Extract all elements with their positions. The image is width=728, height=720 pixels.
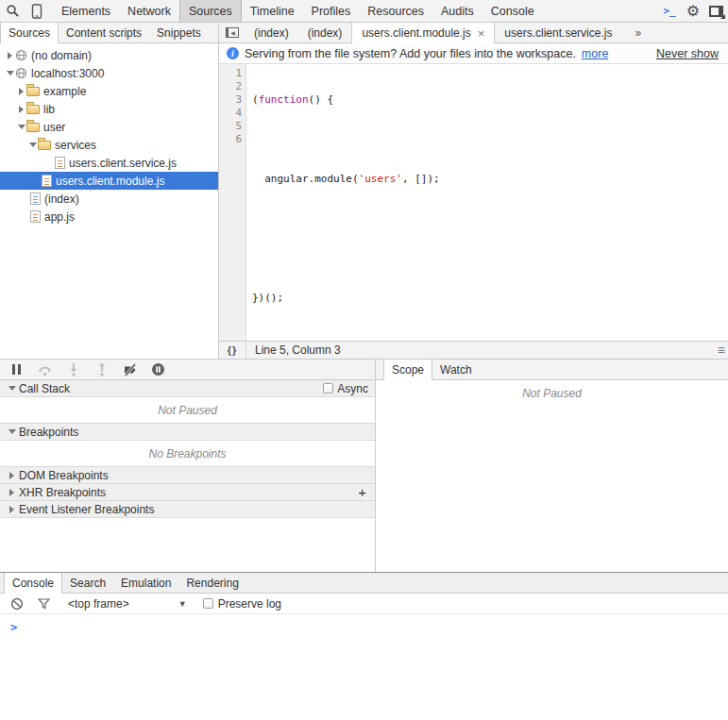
- search-icon[interactable]: [0, 0, 25, 22]
- disclosure-arrow-icon[interactable]: [16, 88, 26, 95]
- tab-elements[interactable]: Elements: [53, 0, 119, 22]
- deactivate-breakpoints-icon[interactable]: [122, 362, 138, 377]
- infobar-message: Serving from the file system? Add your f…: [245, 47, 576, 60]
- navigator-tab-sources[interactable]: Sources: [0, 23, 59, 43]
- debugger-sidebar: Call Stack Async Not Paused Breakpoints …: [0, 360, 376, 572]
- console-prompt-icon[interactable]: >: [10, 621, 17, 634]
- drawer-tab-console[interactable]: Console: [4, 573, 62, 594]
- editor-tab-index-2[interactable]: (index): [298, 23, 352, 42]
- code-line[interactable]: (function() {: [252, 93, 440, 107]
- code-line[interactable]: [252, 133, 440, 146]
- folder-icon: [26, 123, 40, 132]
- tree-item-index[interactable]: (index): [0, 190, 218, 208]
- async-control: Async: [323, 382, 368, 395]
- console-drawer-toggle-icon[interactable]: >_: [659, 5, 679, 17]
- navigator-tab-snippets[interactable]: Snippets: [149, 23, 209, 42]
- dom-breakpoints-header[interactable]: DOM Breakpoints: [0, 466, 375, 484]
- html-file-icon: [30, 193, 41, 205]
- preserve-log-checkbox[interactable]: [203, 598, 213, 609]
- globe-icon: [15, 49, 27, 61]
- tree-item-lib[interactable]: lib: [0, 100, 218, 118]
- pause-on-exceptions-icon[interactable]: [150, 362, 166, 377]
- close-tab-icon[interactable]: ×: [478, 27, 485, 40]
- console-drawer: Console Search Emulation Rendering <top …: [0, 572, 728, 720]
- line-number[interactable]: 4: [219, 107, 242, 120]
- code-line[interactable]: [252, 212, 440, 226]
- scope-watch-pane: Scope Watch Not Paused: [376, 360, 728, 572]
- tree-item-user[interactable]: user: [0, 118, 218, 136]
- editor-tab-strip: ◀ (index) (index) users.client.module.js…: [219, 23, 728, 43]
- globe-icon: [15, 67, 27, 79]
- tab-audits[interactable]: Audits: [432, 0, 483, 22]
- line-number[interactable]: 5: [219, 120, 242, 133]
- drawer-tab-emulation[interactable]: Emulation: [113, 573, 178, 593]
- scope-watch-tabs: Scope Watch: [376, 360, 728, 380]
- tree-item-label: services: [55, 139, 96, 152]
- code-content: (function() { angular.module('users', []…: [246, 64, 440, 341]
- code-token: 'users': [359, 173, 402, 185]
- xhr-breakpoints-header[interactable]: XHR Breakpoints +: [0, 484, 375, 501]
- code-line[interactable]: })();: [252, 292, 440, 305]
- breakpoints-header[interactable]: Breakpoints: [0, 423, 375, 441]
- async-checkbox[interactable]: [323, 383, 333, 393]
- disclosure-arrow-icon: [7, 472, 17, 479]
- async-label[interactable]: Async: [337, 382, 368, 395]
- drawer-tab-rendering[interactable]: Rendering: [178, 573, 245, 593]
- clear-console-icon[interactable]: [9, 596, 25, 611]
- step-over-icon[interactable]: [37, 362, 53, 377]
- navigator-collapse-icon[interactable]: ◀: [219, 23, 245, 42]
- tree-item-no-domain[interactable]: (no domain): [0, 46, 218, 64]
- statusbar-menu-icon[interactable]: ≡: [718, 343, 728, 357]
- tab-overflow-icon[interactable]: »: [635, 26, 641, 40]
- filter-funnel-icon[interactable]: [36, 596, 51, 611]
- settings-gear-icon[interactable]: ⚙: [684, 4, 703, 19]
- tree-item-users-client-service-js[interactable]: users.client.service.js: [0, 154, 218, 172]
- code-line[interactable]: angular.module('users', []);: [252, 173, 440, 186]
- dock-side-icon[interactable]: [709, 6, 723, 17]
- disclosure-arrow-icon: [7, 506, 17, 513]
- step-out-icon[interactable]: [93, 362, 110, 377]
- pretty-print-icon[interactable]: {}: [219, 342, 246, 359]
- call-stack-header[interactable]: Call Stack Async: [0, 380, 375, 397]
- disclosure-arrow-icon[interactable]: [16, 106, 26, 113]
- navigator-tab-content-scripts[interactable]: Content scripts: [59, 23, 149, 42]
- tab-resources[interactable]: Resources: [359, 0, 432, 22]
- event-listener-breakpoints-header[interactable]: Event Listener Breakpoints: [0, 501, 375, 518]
- tree-item-services[interactable]: services: [0, 136, 218, 154]
- tree-item-example[interactable]: example: [0, 82, 218, 100]
- line-number[interactable]: 6: [219, 133, 242, 146]
- device-mode-icon[interactable]: [25, 0, 49, 22]
- never-show-link[interactable]: Never show: [656, 47, 720, 60]
- disclosure-arrow-icon[interactable]: [5, 52, 15, 59]
- editor-tab-users-client-service-js[interactable]: users.client.service.js: [495, 23, 621, 42]
- disclosure-arrow-icon[interactable]: [16, 125, 26, 129]
- drawer-tabs: Console Search Emulation Rendering: [0, 573, 728, 594]
- tab-sources[interactable]: Sources: [179, 0, 242, 22]
- code-line[interactable]: [252, 252, 440, 265]
- tree-item-label: app.js: [44, 210, 75, 224]
- step-into-icon[interactable]: [65, 362, 81, 377]
- tab-profiles[interactable]: Profiles: [303, 0, 360, 22]
- tree-item-users-client-module-js[interactable]: users.client.module.js: [0, 172, 218, 190]
- disclosure-arrow-icon[interactable]: [27, 142, 38, 147]
- tab-watch[interactable]: Watch: [432, 360, 480, 379]
- disclosure-arrow-icon[interactable]: [5, 71, 15, 75]
- editor-tab-index-1[interactable]: (index): [245, 23, 298, 42]
- tab-network[interactable]: Network: [119, 0, 179, 22]
- line-number[interactable]: 1: [219, 67, 242, 80]
- tree-item-localhost[interactable]: localhost:3000: [0, 64, 218, 82]
- line-number[interactable]: 3: [219, 93, 242, 107]
- tab-scope[interactable]: Scope: [383, 360, 432, 380]
- tree-item-app-js[interactable]: app.js: [0, 208, 218, 226]
- line-number[interactable]: 2: [219, 80, 242, 93]
- tab-console[interactable]: Console: [483, 0, 543, 22]
- add-xhr-breakpoint-icon[interactable]: +: [358, 485, 368, 499]
- pause-script-icon[interactable]: [8, 362, 25, 377]
- frame-selector-dropdown[interactable]: <top frame> ▼: [68, 597, 187, 611]
- drawer-tab-search[interactable]: Search: [62, 573, 113, 593]
- preserve-log-label[interactable]: Preserve log: [218, 597, 281, 611]
- more-link[interactable]: more: [582, 47, 608, 60]
- tab-timeline[interactable]: Timeline: [242, 0, 303, 22]
- console-output[interactable]: >: [0, 614, 728, 720]
- editor-tab-users-client-module-js[interactable]: users.client.module.js ×: [351, 23, 495, 43]
